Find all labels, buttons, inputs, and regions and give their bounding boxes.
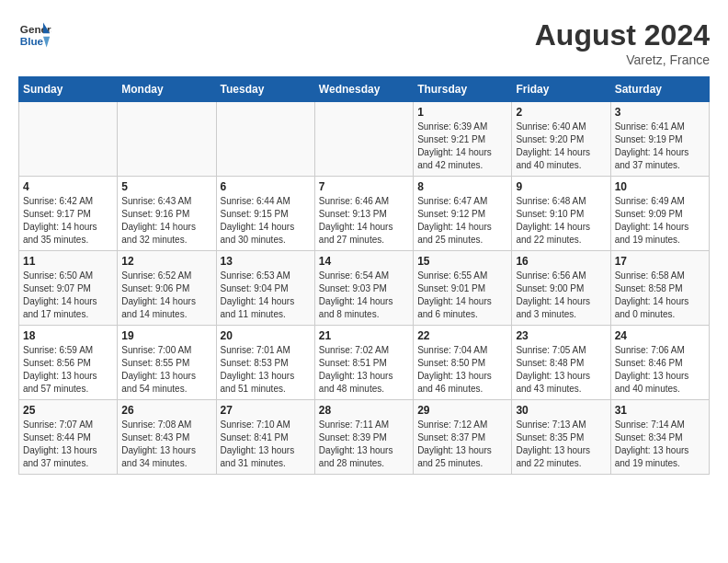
day-detail: Sunrise: 6:48 AM Sunset: 9:10 PM Dayligh… [516,195,606,247]
day-number: 26 [121,404,211,417]
calendar-cell: 16Sunrise: 6:56 AM Sunset: 9:00 PM Dayli… [512,251,610,326]
day-number: 11 [23,255,113,268]
day-number: 29 [417,404,507,417]
day-number: 31 [615,404,705,417]
calendar-cell: 29Sunrise: 7:12 AM Sunset: 8:37 PM Dayli… [414,400,512,475]
calendar-cell [216,102,314,177]
calendar-cell: 13Sunrise: 6:53 AM Sunset: 9:04 PM Dayli… [216,251,314,326]
day-detail: Sunrise: 6:55 AM Sunset: 9:01 PM Dayligh… [417,270,507,321]
calendar-cell: 19Sunrise: 7:00 AM Sunset: 8:55 PM Dayli… [118,326,216,400]
day-number: 12 [121,255,211,268]
day-detail: Sunrise: 6:39 AM Sunset: 9:21 PM Dayligh… [417,121,507,172]
day-number: 24 [615,329,705,342]
day-number: 15 [417,255,507,268]
day-number: 10 [615,180,705,193]
location: Varetz, France [535,52,710,67]
weekday-header-cell: Friday [512,77,610,102]
calendar-cell: 15Sunrise: 6:55 AM Sunset: 9:01 PM Dayli… [414,251,512,326]
svg-marker-3 [43,37,50,48]
day-detail: Sunrise: 6:43 AM Sunset: 9:16 PM Dayligh… [121,195,211,247]
calendar-cell: 7Sunrise: 6:46 AM Sunset: 9:13 PM Daylig… [314,177,413,251]
day-detail: Sunrise: 6:49 AM Sunset: 9:09 PM Dayligh… [615,195,705,247]
day-detail: Sunrise: 7:04 AM Sunset: 8:50 PM Dayligh… [417,344,507,396]
calendar-cell: 2Sunrise: 6:40 AM Sunset: 9:20 PM Daylig… [512,102,610,177]
day-detail: Sunrise: 6:47 AM Sunset: 9:12 PM Dayligh… [417,195,507,247]
day-number: 16 [516,255,606,268]
calendar-cell: 12Sunrise: 6:52 AM Sunset: 9:06 PM Dayli… [118,251,216,326]
calendar-cell: 28Sunrise: 7:11 AM Sunset: 8:39 PM Dayli… [314,400,413,475]
logo: General Blue [18,18,51,52]
day-detail: Sunrise: 6:44 AM Sunset: 9:15 PM Dayligh… [221,195,311,247]
day-number: 27 [221,404,311,417]
day-detail: Sunrise: 6:53 AM Sunset: 9:04 PM Dayligh… [221,270,311,321]
day-number: 23 [516,329,606,342]
calendar-cell: 5Sunrise: 6:43 AM Sunset: 9:16 PM Daylig… [118,177,216,251]
day-detail: Sunrise: 6:42 AM Sunset: 9:17 PM Dayligh… [23,195,113,247]
calendar-cell: 3Sunrise: 6:41 AM Sunset: 9:19 PM Daylig… [610,102,709,177]
day-number: 1 [417,106,507,119]
calendar-table: SundayMondayTuesdayWednesdayThursdayFrid… [18,76,710,475]
day-number: 21 [319,329,409,342]
calendar-cell [118,102,216,177]
calendar-cell: 10Sunrise: 6:49 AM Sunset: 9:09 PM Dayli… [610,177,709,251]
day-detail: Sunrise: 7:00 AM Sunset: 8:55 PM Dayligh… [121,344,211,396]
calendar-cell: 27Sunrise: 7:10 AM Sunset: 8:41 PM Dayli… [216,400,314,475]
calendar-cell [314,102,413,177]
title-block: August 2024 Varetz, France [535,18,710,67]
calendar-cell: 1Sunrise: 6:39 AM Sunset: 9:21 PM Daylig… [414,102,512,177]
day-detail: Sunrise: 6:50 AM Sunset: 9:07 PM Dayligh… [23,270,113,321]
day-detail: Sunrise: 6:52 AM Sunset: 9:06 PM Dayligh… [121,270,211,321]
calendar-cell: 24Sunrise: 7:06 AM Sunset: 8:46 PM Dayli… [610,326,709,400]
calendar-cell: 31Sunrise: 7:14 AM Sunset: 8:34 PM Dayli… [610,400,709,475]
calendar-cell: 26Sunrise: 7:08 AM Sunset: 8:43 PM Dayli… [118,400,216,475]
day-number: 14 [319,255,409,268]
weekday-header-cell: Monday [118,77,216,102]
weekday-header-cell: Thursday [414,77,512,102]
day-detail: Sunrise: 7:08 AM Sunset: 8:43 PM Dayligh… [121,419,211,470]
calendar-cell: 21Sunrise: 7:02 AM Sunset: 8:51 PM Dayli… [314,326,413,400]
day-number: 22 [417,329,507,342]
day-number: 7 [319,180,409,193]
page-header: General Blue August 2024 Varetz, France [18,18,710,67]
weekday-header-cell: Saturday [610,77,709,102]
day-number: 4 [23,180,113,193]
weekday-header-cell: Tuesday [216,77,314,102]
calendar-cell: 14Sunrise: 6:54 AM Sunset: 9:03 PM Dayli… [314,251,413,326]
weekday-header-row: SundayMondayTuesdayWednesdayThursdayFrid… [19,77,710,102]
day-detail: Sunrise: 7:05 AM Sunset: 8:48 PM Dayligh… [516,344,606,396]
day-detail: Sunrise: 6:59 AM Sunset: 8:56 PM Dayligh… [23,344,113,396]
calendar-cell: 22Sunrise: 7:04 AM Sunset: 8:50 PM Dayli… [414,326,512,400]
day-detail: Sunrise: 6:54 AM Sunset: 9:03 PM Dayligh… [319,270,409,321]
day-detail: Sunrise: 7:10 AM Sunset: 8:41 PM Dayligh… [221,419,311,470]
day-number: 9 [516,180,606,193]
weekday-header-cell: Sunday [19,77,118,102]
calendar-cell: 9Sunrise: 6:48 AM Sunset: 9:10 PM Daylig… [512,177,610,251]
day-number: 5 [121,180,211,193]
calendar-week-row: 18Sunrise: 6:59 AM Sunset: 8:56 PM Dayli… [19,326,710,400]
day-number: 19 [121,329,211,342]
svg-text:Blue: Blue [20,35,44,47]
day-detail: Sunrise: 7:11 AM Sunset: 8:39 PM Dayligh… [319,419,409,470]
calendar-cell: 4Sunrise: 6:42 AM Sunset: 9:17 PM Daylig… [19,177,118,251]
day-number: 3 [615,106,705,119]
calendar-cell: 20Sunrise: 7:01 AM Sunset: 8:53 PM Dayli… [216,326,314,400]
day-number: 30 [516,404,606,417]
calendar-cell: 30Sunrise: 7:13 AM Sunset: 8:35 PM Dayli… [512,400,610,475]
day-detail: Sunrise: 6:40 AM Sunset: 9:20 PM Dayligh… [516,121,606,172]
day-number: 20 [221,329,311,342]
day-detail: Sunrise: 7:12 AM Sunset: 8:37 PM Dayligh… [417,419,507,470]
day-detail: Sunrise: 7:02 AM Sunset: 8:51 PM Dayligh… [319,344,409,396]
day-number: 28 [319,404,409,417]
day-detail: Sunrise: 6:58 AM Sunset: 8:58 PM Dayligh… [615,270,705,321]
calendar-week-row: 4Sunrise: 6:42 AM Sunset: 9:17 PM Daylig… [19,177,710,251]
day-detail: Sunrise: 6:41 AM Sunset: 9:19 PM Dayligh… [615,121,705,172]
calendar-week-row: 1Sunrise: 6:39 AM Sunset: 9:21 PM Daylig… [19,102,710,177]
day-number: 8 [417,180,507,193]
day-detail: Sunrise: 6:46 AM Sunset: 9:13 PM Dayligh… [319,195,409,247]
calendar-cell: 25Sunrise: 7:07 AM Sunset: 8:44 PM Dayli… [19,400,118,475]
logo-icon: General Blue [18,18,51,52]
month-year: August 2024 [535,18,710,52]
day-number: 17 [615,255,705,268]
calendar-cell: 23Sunrise: 7:05 AM Sunset: 8:48 PM Dayli… [512,326,610,400]
calendar-week-row: 11Sunrise: 6:50 AM Sunset: 9:07 PM Dayli… [19,251,710,326]
